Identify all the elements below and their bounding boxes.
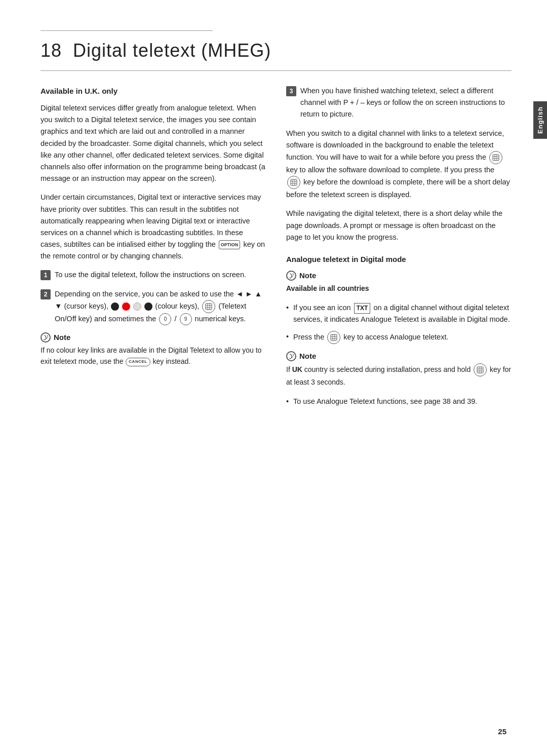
teletext-key-hold [474,363,487,376]
step-num-2: 2 [41,289,51,299]
colour-key-black2 [144,303,152,311]
colour-key-white [133,303,141,311]
top-rule [41,30,213,31]
svg-rect-20 [477,367,483,373]
key-0: 0 [159,313,171,325]
step-1: 1 To use the digital teletext, follow th… [41,269,266,281]
right-note2: 𝓨 Note If UK country is selected during … [286,351,512,388]
bullet-item-3: To use Analogue Teletext functions, see … [286,396,512,407]
right-para2: While navigating the digital teletext, t… [286,208,512,243]
right-para1: When you switch to a digital channel wit… [286,128,512,201]
step-1-text: To use the digital teletext, follow the … [55,269,246,281]
page-container: English 18 Digital teletext (MHEG) Avail… [0,0,547,756]
right-note1-subheading: Available in all countries [286,283,512,294]
note-text: If no colour key links are available in … [41,345,266,367]
right-note2-text: If UK country is selected during install… [286,363,512,388]
svg-rect-15 [331,334,337,341]
bullet-item-2: Press the key to access Analogue teletex… [286,331,512,344]
left-column: Available in U.K. only Digital teletext … [41,85,266,414]
teletext-key-access [327,331,340,344]
left-subheading: Available in U.K. only [41,85,266,97]
page-number: 25 [498,727,506,736]
teletext-onoff-key [202,300,215,313]
bullet-list: If you see an icon TXT on a digital chan… [286,302,512,344]
bullet-list-2: To use Analogue Teletext functions, see … [286,396,512,407]
step-3-text: When you have finished watching teletext… [300,85,512,121]
left-note: 𝓨 Note If no colour key links are availa… [41,332,266,367]
right-note2-header: 𝓨 Note [286,351,512,361]
step-2-text: Depending on the service, you can be ask… [55,288,266,325]
colour-key-red [122,303,130,311]
svg-rect-5 [493,155,499,161]
txt-icon: TXT [354,303,371,314]
language-tab: English [533,101,547,139]
main-content: Available in U.K. only Digital teletext … [41,85,512,414]
step-2: 2 Depending on the service, you can be a… [41,288,266,325]
cancel-key: CANCEL [126,358,150,366]
bullet-item-1: If you see an icon TXT on a digital chan… [286,302,512,325]
right-note1-icon: 𝓨 [286,271,296,281]
right-note1: 𝓨 Note Available in all countries [286,271,512,294]
left-para1: Digital teletext services differ greatly… [41,102,266,184]
colour-key-black [111,303,119,311]
svg-rect-10 [291,179,297,185]
right-note1-header: 𝓨 Note [286,271,512,281]
note-icon: 𝓨 [41,332,51,343]
option-key: OPTION [219,240,241,249]
section-rule [41,70,512,71]
teletext-key-inline1 [489,151,502,164]
step-num-1: 1 [41,270,51,280]
step-num-3: 3 [286,86,296,96]
analogue-heading: Analogue teletext in Digital mode [286,253,512,266]
note-header: 𝓨 Note [41,332,266,343]
analogue-section: Analogue teletext in Digital mode 𝓨 Note… [286,253,512,407]
left-para2: Under certain circumstances, Digital tex… [41,192,266,262]
teletext-key-inline2 [287,176,300,189]
svg-rect-0 [206,304,212,310]
chapter-title: 18 Digital teletext (MHEG) [41,40,512,61]
key-9: 9 [180,313,192,325]
right-column: 3 When you have finished watching telete… [286,85,512,414]
right-note2-icon: 𝓨 [286,351,296,361]
step-3: 3 When you have finished watching telete… [286,85,512,121]
